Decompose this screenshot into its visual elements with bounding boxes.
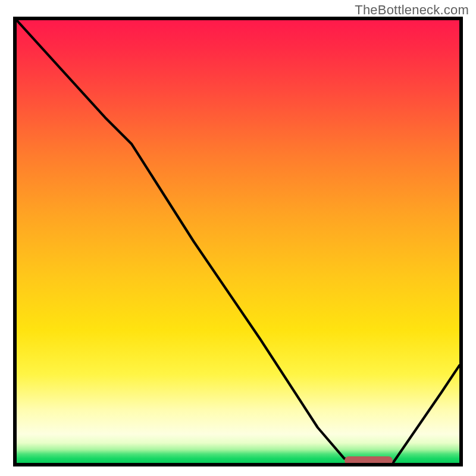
curve-svg bbox=[17, 20, 459, 463]
optimal-range-marker bbox=[345, 456, 393, 465]
plot-frame bbox=[13, 17, 463, 466]
watermark-text: TheBottleneck.com bbox=[355, 2, 469, 18]
bottleneck-curve bbox=[17, 20, 459, 463]
chart-container: TheBottleneck.com bbox=[0, 0, 476, 476]
